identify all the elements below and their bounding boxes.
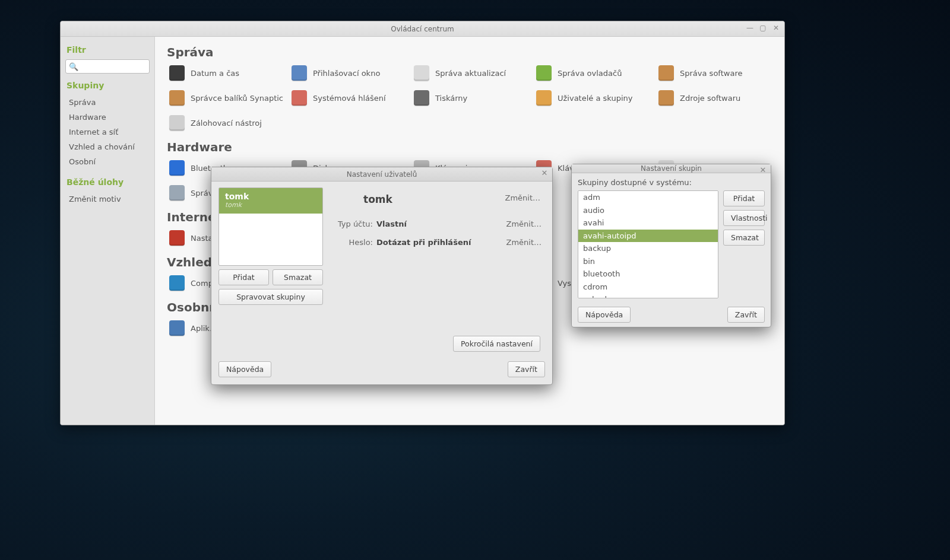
- app-label: Systémová hlášení: [313, 94, 386, 103]
- app-icon: [169, 90, 185, 106]
- groups-list[interactable]: admaudioavahiavahi-autoipdbackupbinbluet…: [578, 190, 718, 298]
- app-icon: [658, 90, 674, 106]
- sidebar-item[interactable]: Hardware: [65, 110, 150, 125]
- app-icon: [292, 90, 307, 106]
- app-launcher[interactable]: Správa ovladačů: [534, 64, 653, 82]
- app-icon: [169, 320, 185, 336]
- sidebar-item[interactable]: Změnit motiv: [65, 192, 150, 206]
- app-launcher[interactable]: Správa aktualizací: [411, 64, 530, 82]
- app-launcher[interactable]: Datum a čas: [167, 64, 286, 82]
- cc-titlebar[interactable]: Ovládací centrum — ▢ ✕: [61, 21, 784, 37]
- app-icon: [658, 65, 674, 81]
- sidebar-groups-heading: Skupiny: [66, 81, 148, 90]
- advanced-settings-button[interactable]: Pokročilá nastavení: [453, 336, 540, 352]
- category-title: Hardware: [167, 140, 772, 154]
- group-list-item[interactable]: audio: [578, 204, 718, 217]
- delete-user-button[interactable]: Smazat: [273, 269, 323, 285]
- group-list-item[interactable]: avahi: [578, 217, 718, 230]
- app-launcher[interactable]: Zdroje softwaru: [656, 89, 775, 107]
- app-icon: [536, 90, 552, 106]
- group-list-item[interactable]: adm: [578, 191, 718, 204]
- app-icon: [292, 65, 307, 81]
- change-name-link[interactable]: Změnit…: [505, 193, 540, 202]
- app-icon: [169, 65, 185, 81]
- groups-dialog-title: Nastavení skupin: [641, 164, 702, 173]
- app-icon: [169, 185, 185, 201]
- account-type-label: Typ účtu:: [330, 219, 373, 228]
- app-icon: [169, 115, 185, 131]
- users-dialog-title: Nastavení uživatelů: [347, 170, 417, 179]
- group-list-item[interactable]: colord: [578, 293, 718, 298]
- maximize-icon[interactable]: ▢: [758, 24, 768, 33]
- minimize-icon[interactable]: —: [745, 24, 755, 33]
- change-password-link[interactable]: Změnit…: [506, 238, 542, 247]
- search-icon: 🔍: [69, 62, 78, 71]
- app-launcher[interactable]: Zálohovací nástroj: [167, 114, 286, 132]
- app-launcher[interactable]: Správce balíků Synaptic: [167, 89, 286, 107]
- close-icon[interactable]: ✕: [759, 167, 767, 175]
- add-user-button[interactable]: Přidat: [218, 269, 269, 285]
- add-group-button[interactable]: Přidat: [723, 190, 765, 206]
- app-launcher[interactable]: Uživatelé a skupiny: [534, 89, 653, 107]
- cc-sidebar: Filtr 🔍 Skupiny SprávaHardwareInternet a…: [61, 37, 155, 425]
- sidebar-item[interactable]: Osobní: [65, 154, 150, 169]
- app-label: Správce balíků Synaptic: [191, 94, 283, 103]
- group-list-item[interactable]: bluetooth: [578, 268, 718, 281]
- app-label: Tiskárny: [435, 94, 467, 103]
- groups-dialog: Nastavení skupin ✕ Skupiny dostupné v sy…: [571, 164, 771, 327]
- account-type-value: Vlastní: [376, 219, 506, 228]
- app-label: Správa aktualizací: [435, 69, 506, 78]
- app-icon: [169, 275, 185, 291]
- groups-dialog-titlebar[interactable]: Nastavení skupin ✕: [572, 164, 771, 173]
- app-launcher[interactable]: Tiskárny: [411, 89, 530, 107]
- close-button[interactable]: Zavřít: [727, 307, 765, 323]
- sidebar-common-heading: Běžné úlohy: [66, 177, 148, 187]
- help-button[interactable]: Nápověda: [218, 361, 271, 377]
- app-launcher[interactable]: Správa software: [656, 64, 775, 82]
- password-label: Heslo:: [330, 238, 373, 247]
- sidebar-item[interactable]: Vzhled a chování: [65, 139, 150, 154]
- sidebar-item[interactable]: Internet a síť: [65, 125, 150, 139]
- users-dialog: Nastavení uživatelů ✕ tomk tomk Přidat S…: [211, 167, 553, 385]
- app-label: Správa software: [680, 69, 742, 78]
- app-icon: [169, 230, 185, 246]
- app-icon: [169, 160, 185, 176]
- group-properties-button[interactable]: Vlastnosti: [723, 210, 765, 226]
- app-label: Datum a čas: [191, 69, 239, 78]
- app-launcher[interactable]: Systémová hlášení: [289, 89, 408, 107]
- close-icon[interactable]: ✕: [540, 170, 549, 178]
- sidebar-filter-heading: Filtr: [66, 45, 148, 55]
- sidebar-search[interactable]: 🔍: [65, 59, 150, 74]
- manage-groups-button[interactable]: Spravovat skupiny: [218, 289, 323, 305]
- user-list-item[interactable]: tomk tomk: [219, 188, 322, 214]
- app-icon: [414, 65, 429, 81]
- close-icon[interactable]: ✕: [771, 24, 781, 33]
- group-list-item[interactable]: cdrom: [578, 281, 718, 294]
- user-item-name: tomk: [225, 192, 316, 201]
- password-value: Dotázat při přihlášení: [376, 238, 506, 247]
- app-icon: [414, 90, 429, 106]
- app-label: Zdroje softwaru: [680, 94, 740, 103]
- user-list[interactable]: tomk tomk: [218, 187, 323, 266]
- user-item-realname: tomk: [225, 201, 316, 209]
- groups-available-label: Skupiny dostupné v systému:: [578, 178, 765, 187]
- group-list-item[interactable]: backup: [578, 242, 718, 255]
- app-launcher[interactable]: Přihlašovací okno: [289, 64, 408, 82]
- category-title: Správa: [167, 45, 772, 59]
- help-button[interactable]: Nápověda: [578, 307, 631, 323]
- group-list-item[interactable]: avahi-autoipd: [578, 230, 718, 243]
- group-list-item[interactable]: bin: [578, 255, 718, 268]
- app-label: Správa ovladačů: [558, 69, 622, 78]
- users-dialog-titlebar[interactable]: Nastavení uživatelů ✕: [211, 167, 552, 182]
- cc-title: Ovládací centrum: [391, 25, 454, 33]
- app-label: Uživatelé a skupiny: [558, 94, 632, 103]
- app-label: Zálohovací nástroj: [191, 119, 262, 128]
- sidebar-item[interactable]: Správa: [65, 95, 150, 110]
- delete-group-button[interactable]: Smazat: [723, 230, 765, 246]
- change-account-type-link[interactable]: Změnit…: [506, 219, 542, 228]
- app-label: Přihlašovací okno: [313, 69, 380, 78]
- search-input[interactable]: [81, 62, 146, 71]
- close-button[interactable]: Zavřít: [508, 361, 545, 377]
- app-icon: [536, 65, 552, 81]
